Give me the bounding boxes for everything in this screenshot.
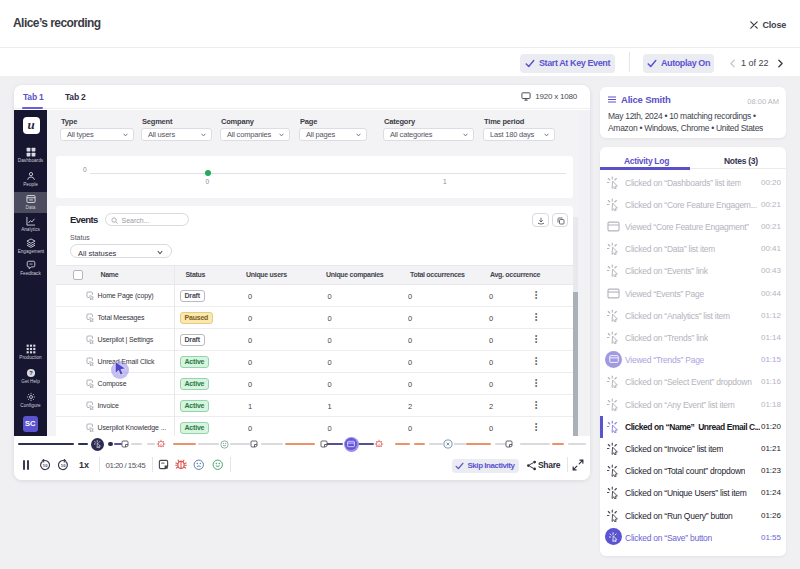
svg-text:10: 10 [42,462,47,467]
svg-text:10: 10 [60,462,65,467]
svg-text:?: ? [29,370,33,376]
